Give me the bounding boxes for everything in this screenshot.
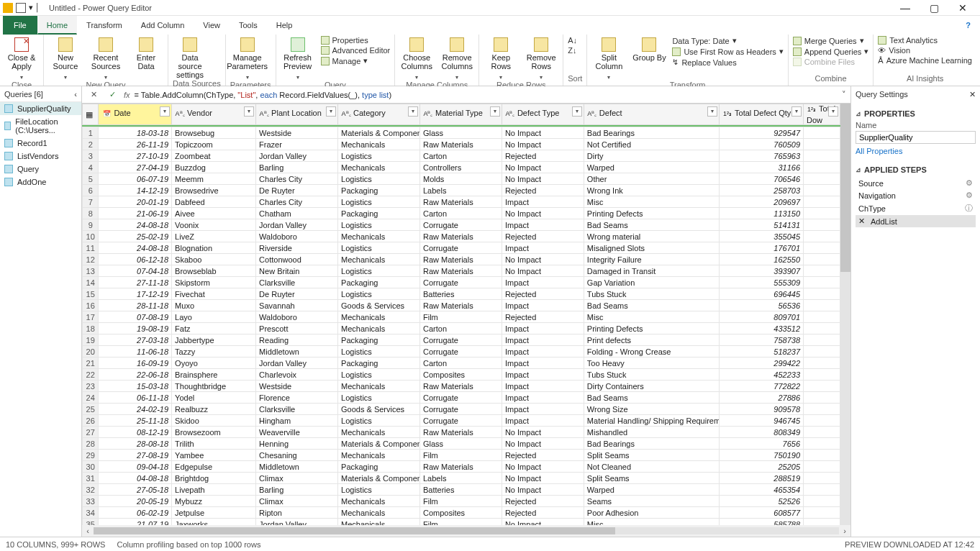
column-header[interactable]: Aᴮ꜀Vendor▾ (172, 104, 256, 125)
table-cell[interactable]: Impact (502, 392, 584, 404)
table-cell[interactable]: 32 (83, 484, 99, 496)
table-cell[interactable]: 433512 (720, 323, 804, 334)
table-cell[interactable]: 27-04-19 (99, 162, 172, 173)
table-cell[interactable]: Reading (256, 334, 338, 346)
table-cell[interactable]: 08-12-19 (99, 427, 172, 438)
table-cell[interactable]: 21-06-19 (99, 208, 172, 219)
table-cell[interactable]: 27886 (720, 392, 804, 404)
table-cell[interactable]: 04-08-18 (99, 473, 172, 484)
keep-rows-button[interactable]: Keep Rows (484, 36, 518, 81)
table-row[interactable]: 1819-08-19FatzPrescottMechanicalsCartonI… (83, 323, 840, 334)
table-cell[interactable]: 11 (83, 242, 99, 254)
table-cell[interactable] (804, 173, 840, 185)
sort-asc-button[interactable]: A↓ (568, 36, 577, 45)
table-cell[interactable] (804, 404, 840, 415)
table-cell[interactable]: Riverside (256, 242, 338, 254)
table-cell[interactable]: Thoughtbridge (172, 381, 256, 392)
delete-step-icon[interactable]: ✕ (858, 217, 865, 226)
table-cell[interactable]: 750190 (720, 450, 804, 461)
save-icon[interactable] (16, 3, 26, 13)
table-cell[interactable]: Logistics (338, 369, 420, 381)
table-cell[interactable]: 14-12-19 (99, 185, 172, 196)
fx-icon[interactable]: fx (124, 91, 130, 99)
merge-queries-button[interactable]: Merge Queries ▾ (793, 36, 869, 45)
table-cell[interactable]: Charlevoix (256, 369, 338, 381)
table-cell[interactable]: Skipstorm (172, 277, 256, 288)
table-cell[interactable] (804, 196, 840, 208)
table-cell[interactable]: Impact (502, 300, 584, 311)
table-cell[interactable]: Savannah (256, 300, 338, 311)
table-cell[interactable]: 13 (83, 265, 99, 277)
table-cell[interactable]: Materials & Components (338, 438, 420, 450)
table-cell[interactable]: 299422 (720, 358, 804, 369)
table-cell[interactable]: 28 (83, 438, 99, 450)
table-cell[interactable] (804, 346, 840, 358)
table-cell[interactable]: 696445 (720, 288, 804, 300)
table-cell[interactable]: 808349 (720, 427, 804, 438)
group-by-button[interactable]: Group By (632, 36, 666, 62)
table-cell[interactable]: Impact (502, 277, 584, 288)
table-cell[interactable]: 26 (83, 415, 99, 427)
formula-expand-icon[interactable]: ˅ (842, 90, 846, 99)
table-cell[interactable]: De Ruyter (256, 185, 338, 196)
menu-home[interactable]: Home (37, 16, 77, 35)
table-cell[interactable]: Aivee (172, 208, 256, 219)
table-cell[interactable]: Bad Bearings (584, 438, 719, 450)
type-icon[interactable]: Aᴮ꜀ (341, 110, 351, 120)
data-source-settings-button[interactable]: Data source settings (173, 36, 207, 79)
table-cell[interactable]: Fatz (172, 323, 256, 334)
table-cell[interactable]: Mechanicals (338, 311, 420, 323)
menu-help[interactable]: Help (267, 16, 302, 35)
table-cell[interactable] (804, 208, 840, 219)
table-cell[interactable]: Topiczoom (172, 139, 256, 150)
table-cell[interactable]: 758738 (720, 334, 804, 346)
table-cell[interactable]: Dirty Containers (584, 381, 719, 392)
table-cell[interactable]: Warped (584, 484, 719, 496)
table-cell[interactable]: Henning (256, 438, 338, 450)
table-cell[interactable]: Climax (256, 496, 338, 507)
applied-step[interactable]: ✕AddList (856, 215, 976, 227)
table-row[interactable]: 2406-11-18YodelFlorenceLogisticsCorrugat… (83, 392, 840, 404)
table-row[interactable]: 3320-05-19MybuzzClimaxMechanicalsFilmRej… (83, 496, 840, 507)
table-cell[interactable]: 514131 (720, 219, 804, 231)
table-cell[interactable]: Too Heavy (584, 358, 719, 369)
table-cell[interactable]: Oyoyo (172, 358, 256, 369)
table-cell[interactable]: 7656 (720, 438, 804, 450)
table-cell[interactable]: Not Cleaned (584, 461, 719, 473)
table-cell[interactable]: 27-11-18 (99, 277, 172, 288)
table-cell[interactable]: Film (419, 496, 502, 507)
table-cell[interactable]: Mishandled (584, 427, 719, 438)
table-cell[interactable]: Jordan Valley (256, 150, 338, 162)
table-cell[interactable]: Rejected (502, 450, 584, 461)
table-cell[interactable]: Printing Defects (584, 323, 719, 334)
table-cell[interactable]: Voonix (172, 219, 256, 231)
table-cell[interactable]: Westside (256, 381, 338, 392)
table-cell[interactable]: 21 (83, 358, 99, 369)
table-cell[interactable]: Logistics (338, 196, 420, 208)
table-row[interactable]: 1124-08-18BlognationRiversideLogisticsCo… (83, 242, 840, 254)
table-cell[interactable]: 22-06-18 (99, 369, 172, 381)
table-cell[interactable]: 452233 (720, 369, 804, 381)
table-row[interactable]: 327-10-19ZoombeatJordan ValleyLogisticsC… (83, 150, 840, 162)
table-cell[interactable]: Jordan Valley (256, 519, 338, 526)
table-cell[interactable]: 946745 (720, 415, 804, 427)
filter-dropdown-icon[interactable]: ▾ (408, 106, 418, 117)
table-cell[interactable]: Impact (502, 358, 584, 369)
table-cell[interactable]: Folding - Wrong Crease (584, 346, 719, 358)
filter-dropdown-icon[interactable]: ▾ (244, 106, 254, 117)
table-cell[interactable]: Glass (419, 127, 502, 139)
table-cell[interactable]: 555309 (720, 277, 804, 288)
table-row[interactable]: 2116-09-19OyoyoJordan ValleyPackagingCar… (83, 358, 840, 369)
table-cell[interactable]: Charles City (256, 173, 338, 185)
table-cell[interactable]: New Britain (256, 265, 338, 277)
table-cell[interactable]: Logistics (338, 484, 420, 496)
table-cell[interactable]: 12 (83, 254, 99, 265)
table-cell[interactable]: Glass (419, 438, 502, 450)
table-cell[interactable]: Misc (584, 196, 719, 208)
table-cell[interactable] (804, 381, 840, 392)
table-cell[interactable]: 25205 (720, 461, 804, 473)
menu-add-column[interactable]: Add Column (132, 16, 194, 35)
table-cell[interactable]: 34 (83, 507, 99, 519)
formula-text[interactable]: = Table.AddColumn(ChType, "List", each R… (135, 90, 838, 100)
table-cell[interactable]: Dabfeed (172, 196, 256, 208)
